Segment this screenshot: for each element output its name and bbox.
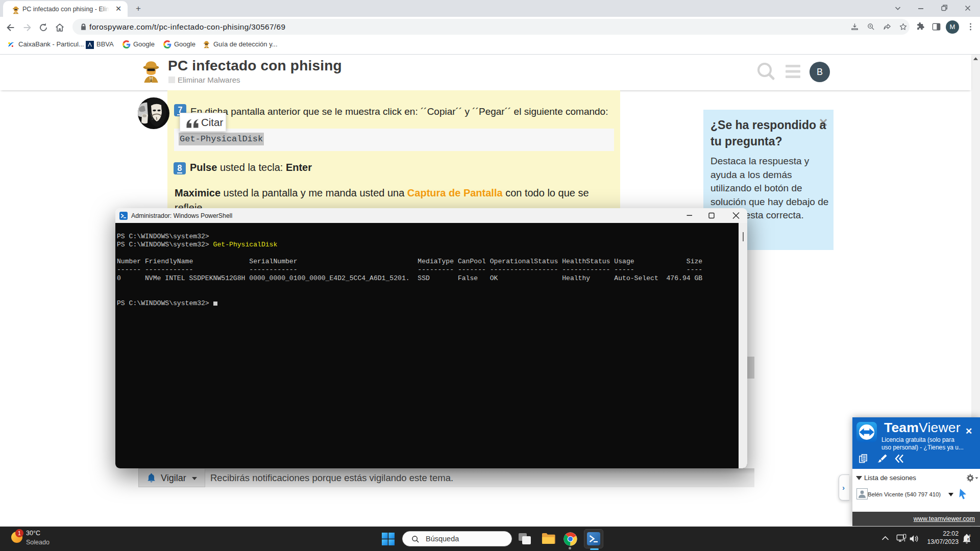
svg-text:z: z (969, 534, 971, 537)
svg-text:z: z (967, 537, 969, 541)
